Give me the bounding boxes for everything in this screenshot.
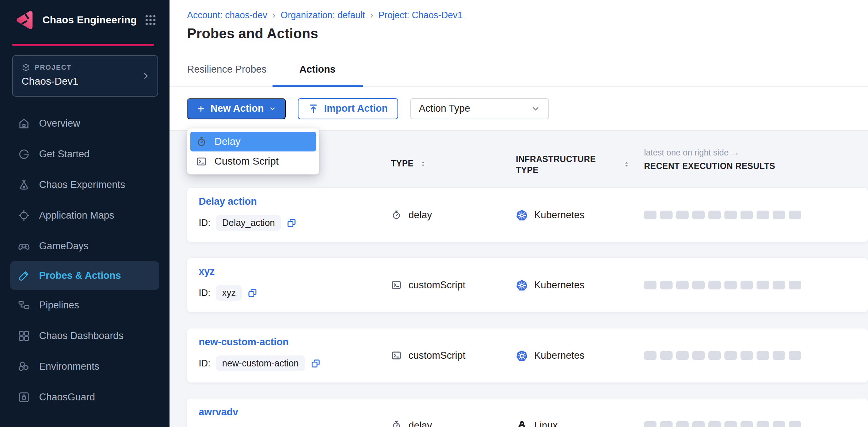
test-tube-icon [18,269,30,282]
recent-execution-results [644,328,801,382]
sidebar-item-pipelines[interactable]: Pipelines [0,290,170,320]
action-id-row: ID: xyz [199,285,258,301]
copy-icon[interactable] [286,218,297,228]
import-action-button[interactable]: Import Action [298,98,398,119]
copy-icon[interactable] [311,358,321,369]
sort-icon[interactable] [623,159,630,169]
gamepad-icon [18,240,30,253]
pipelines-icon [18,299,30,312]
column-header-type: TYPE [391,159,427,169]
sidebar-item-environments[interactable]: Environments [0,351,170,382]
infrastructure-label: Kubernetes [534,280,585,291]
dashboard-icon [18,330,30,342]
action-type-select[interactable]: Action Type [410,98,549,119]
sidebar-item-label: Chaos Experiments [39,179,125,191]
action-name-link[interactable]: new-custom-action [199,336,289,348]
execution-result-placeholder [724,351,737,360]
sidebar-item-label: Application Maps [39,210,114,221]
breadcrumb-organization[interactable]: Organization: default [281,10,365,20]
infrastructure-label: Kubernetes [534,350,585,361]
new-action-label: New Action [210,103,264,114]
action-name-link[interactable]: awrvadv [199,407,238,418]
execution-result-placeholder [644,211,656,219]
project-selector[interactable]: PROJECT Chaos-Dev1 [12,55,158,97]
recent-results-note: latest one on right side → [644,148,775,158]
action-name-link[interactable]: xyz [199,266,215,277]
breadcrumb: Account: chaos-dev › Organization: defau… [187,9,868,21]
sidebar-nav: Overview Get Started Chaos Experiments A… [0,108,170,412]
execution-result-placeholder [644,281,656,289]
sidebar-item-label: Chaos Dashboards [39,330,123,342]
hexagons-icon [18,360,30,373]
tab-actions[interactable]: Actions [273,53,363,86]
new-action-button[interactable]: New Action [187,98,286,119]
sort-icon[interactable] [419,159,427,169]
sidebar-item-label: Pipelines [39,300,79,311]
sidebar-item-overview[interactable]: Overview [0,108,170,139]
breadcrumb-project[interactable]: Project: Chaos-Dev1 [378,10,463,20]
type-label: customScript [408,350,465,361]
execution-result-placeholder [773,351,785,360]
app-title: Chaos Engineering [42,14,137,26]
copy-icon[interactable] [247,288,258,298]
type-cell: delay [391,399,432,427]
column-header-type-label: TYPE [391,159,414,169]
breadcrumb-account[interactable]: Account: chaos-dev [187,10,267,20]
execution-result-placeholder [708,351,721,360]
infrastructure-label: Linux [534,420,558,427]
linux-icon [516,420,528,427]
terminal-icon [391,280,402,291]
sidebar-item-label: Environments [39,361,99,372]
action-name-link[interactable]: Delay action [199,196,257,207]
chaos-engineering-logo-icon [15,9,36,31]
menu-item-custom-script[interactable]: Custom Script [190,151,316,171]
execution-result-placeholder [757,281,769,289]
breadcrumb-separator: › [273,9,276,21]
sidebar-item-probes-actions[interactable]: Probes & Actions [10,261,159,290]
column-header-recent-results-label: RECENT EXECUTION RESULTS [644,161,775,171]
execution-result-placeholder [692,351,705,360]
execution-result-placeholder [676,281,689,289]
project-label: PROJECT [35,64,72,72]
sidebar-item-label: ChaosGuard [39,392,95,403]
execution-result-placeholder [676,351,689,360]
sidebar: Chaos Engineering PROJECT Chaos-Dev1 Ove… [0,0,170,427]
tab-resilience-probes[interactable]: Resilience Probes [187,53,267,86]
sidebar-item-label: Get Started [39,149,90,160]
module-grid-icon[interactable] [144,14,157,27]
sidebar-item-chaos-experiments[interactable]: Chaos Experiments [0,169,170,200]
execution-result-placeholder [741,281,753,289]
sidebar-item-label: GameDays [39,241,88,252]
type-label: delay [408,420,432,427]
execution-result-placeholder [789,351,801,360]
sidebar-item-chaosguard[interactable]: ChaosGuard [0,382,170,412]
page-title: Probes and Actions [187,26,868,42]
table-row: Delay action ID: Delay_action delay Kube… [187,188,868,242]
execution-result-placeholder [644,421,656,427]
action-type-placeholder: Action Type [419,103,471,114]
column-header-recent-results: latest one on right side → RECENT EXECUT… [644,148,775,171]
id-prefix: ID: [199,288,210,298]
recent-execution-results [644,258,801,312]
recent-execution-results [644,188,801,242]
action-id-chip: xyz [216,285,242,301]
menu-item-delay[interactable]: Delay [190,132,316,151]
execution-result-placeholder [676,211,689,219]
home-icon [18,117,30,130]
kubernetes-icon [516,279,528,291]
sidebar-item-get-started[interactable]: Get Started [0,139,170,169]
chevron-right-icon [141,72,150,80]
terminal-icon [391,350,402,361]
breadcrumb-separator: › [370,9,373,21]
sidebar-item-chaos-dashboards[interactable]: Chaos Dashboards [0,320,170,351]
type-cell: customScript [391,258,465,312]
execution-result-placeholder [757,421,769,427]
execution-result-placeholder [773,211,785,219]
sidebar-item-application-maps[interactable]: Application Maps [0,200,170,231]
execution-result-placeholder [644,351,656,360]
sidebar-item-gamedays[interactable]: GameDays [0,231,170,261]
execution-result-placeholder [757,211,769,219]
execution-result-placeholder [741,351,753,360]
new-action-menu: Delay Custom Script [187,128,319,174]
toolbar: New Action Import Action Action Type [170,87,868,131]
